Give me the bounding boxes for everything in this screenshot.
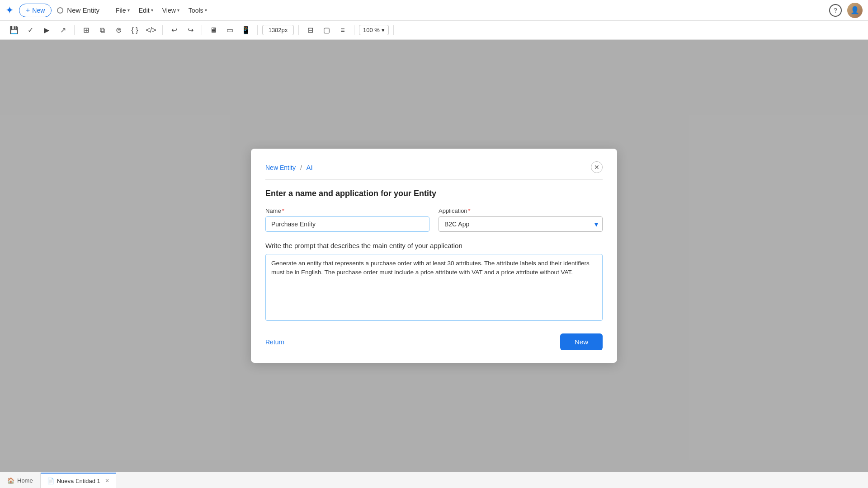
application-label: Application* bbox=[439, 207, 603, 214]
return-link[interactable]: Return bbox=[265, 338, 284, 346]
file-menu[interactable]: File ▾ bbox=[112, 5, 133, 16]
divider-3 bbox=[202, 25, 202, 35]
code-icon[interactable]: </> bbox=[144, 23, 158, 37]
zoom-chevron-icon: ▾ bbox=[382, 27, 385, 33]
edit-menu[interactable]: Edit ▾ bbox=[135, 5, 157, 16]
entity-tab[interactable]: 📄 Nueva Entidad 1 ✕ bbox=[41, 473, 116, 488]
divider-6 bbox=[354, 25, 354, 35]
application-required-star: * bbox=[468, 207, 471, 214]
entity-title: New Entity bbox=[67, 6, 99, 14]
grid-icon[interactable]: ⊟ bbox=[303, 23, 317, 37]
icon-bar: 💾 ✓ ▶ ↗ ⊞ ⧉ ⊜ { } </> ↩ ↪ 🖥 ▭ 📱 1382px ⊟… bbox=[0, 21, 868, 40]
application-select-wrapper: B2C App B2B App Internal App ▾ bbox=[439, 216, 603, 232]
application-select[interactable]: B2C App B2B App Internal App bbox=[439, 216, 603, 232]
home-icon: 🏠 bbox=[7, 477, 14, 484]
divider-2 bbox=[162, 25, 163, 35]
edit-chevron-icon: ▾ bbox=[151, 8, 153, 13]
divider-7 bbox=[393, 25, 394, 35]
status-indicator bbox=[57, 7, 63, 14]
divider-1 bbox=[74, 25, 75, 35]
view-menu[interactable]: View ▾ bbox=[159, 5, 183, 16]
new-entity-button[interactable]: New bbox=[560, 333, 603, 350]
tab-close-icon[interactable]: ✕ bbox=[105, 478, 109, 484]
desktop-icon[interactable]: 🖥 bbox=[207, 23, 220, 37]
tools-chevron-icon: ▾ bbox=[205, 8, 207, 13]
tools-menu[interactable]: Tools ▾ bbox=[185, 5, 211, 16]
name-input[interactable] bbox=[265, 216, 429, 232]
check-icon[interactable]: ✓ bbox=[24, 23, 37, 37]
mobile-icon[interactable]: 📱 bbox=[239, 23, 253, 37]
application-field-group: Application* B2C App B2B App Internal Ap… bbox=[439, 207, 603, 232]
modal-title: Enter a name and application for your En… bbox=[265, 189, 603, 198]
settings-icon[interactable]: ≡ bbox=[336, 23, 349, 37]
prompt-label: Write the prompt that describes the main… bbox=[265, 242, 603, 249]
view-chevron-icon: ▾ bbox=[177, 8, 179, 13]
entity-tab-label: Nueva Entidad 1 bbox=[57, 478, 100, 484]
layers-icon[interactable]: ⧉ bbox=[95, 23, 109, 37]
data-icon[interactable]: ⊜ bbox=[112, 23, 125, 37]
view-menu-label: View bbox=[162, 7, 176, 14]
logo-icon[interactable]: ✦ bbox=[5, 5, 14, 16]
modal-header: New Entity / AI ✕ bbox=[265, 161, 603, 180]
divider-5 bbox=[298, 25, 299, 35]
edit-menu-label: Edit bbox=[139, 7, 150, 14]
tools-menu-label: Tools bbox=[189, 7, 203, 14]
divider-4 bbox=[257, 25, 258, 35]
breadcrumb-entity-link[interactable]: New Entity bbox=[265, 164, 296, 171]
main-area: New Entity / AI ✕ Enter a name and appli… bbox=[0, 40, 868, 472]
file-chevron-icon: ▾ bbox=[127, 8, 130, 13]
name-label: Name* bbox=[265, 207, 429, 214]
export-icon[interactable]: ↗ bbox=[56, 23, 70, 37]
breadcrumb-ai: AI bbox=[307, 164, 313, 171]
code-block-icon[interactable]: { } bbox=[128, 23, 142, 37]
frame-icon[interactable]: ▢ bbox=[320, 23, 333, 37]
modal-overlay: New Entity / AI ✕ Enter a name and appli… bbox=[0, 40, 868, 472]
help-icon[interactable]: ? bbox=[829, 4, 842, 17]
save-icon[interactable]: 💾 bbox=[7, 23, 21, 37]
close-button[interactable]: ✕ bbox=[591, 161, 603, 173]
tablet-icon[interactable]: ▭ bbox=[223, 23, 236, 37]
top-bar: ✦ + New New Entity File ▾ Edit ▾ View ▾ … bbox=[0, 0, 868, 21]
modal: New Entity / AI ✕ Enter a name and appli… bbox=[251, 149, 617, 363]
home-tab[interactable]: 🏠 Home bbox=[0, 473, 41, 488]
zoom-value: 100 % bbox=[363, 27, 380, 33]
form-row: Name* Application* B2C App B2B App Inter… bbox=[265, 207, 603, 232]
name-required-star: * bbox=[282, 207, 284, 214]
home-label: Home bbox=[17, 477, 33, 484]
prompt-textarea[interactable] bbox=[265, 254, 603, 321]
breadcrumb-separator: / bbox=[300, 164, 302, 171]
components-icon[interactable]: ⊞ bbox=[79, 23, 93, 37]
avatar[interactable]: 👤 bbox=[847, 3, 863, 18]
new-button-label: New bbox=[32, 7, 45, 14]
bottom-bar: 🏠 Home 📄 Nueva Entidad 1 ✕ bbox=[0, 472, 868, 488]
px-display[interactable]: 1382px bbox=[262, 25, 294, 35]
new-button[interactable]: + New bbox=[19, 4, 52, 17]
play-icon[interactable]: ▶ bbox=[40, 23, 53, 37]
redo-icon[interactable]: ↪ bbox=[184, 23, 197, 37]
undo-icon[interactable]: ↩ bbox=[167, 23, 181, 37]
name-field-group: Name* bbox=[265, 207, 429, 232]
modal-footer: Return New bbox=[265, 333, 603, 350]
menu-bar: File ▾ Edit ▾ View ▾ Tools ▾ bbox=[112, 5, 210, 16]
toolbar-right: ? 👤 bbox=[829, 3, 863, 18]
modal-breadcrumb: New Entity / AI bbox=[265, 164, 313, 171]
file-menu-label: File bbox=[116, 7, 126, 14]
plus-icon: + bbox=[26, 6, 30, 14]
zoom-display[interactable]: 100 % ▾ bbox=[359, 25, 389, 35]
entity-title-area: New Entity bbox=[57, 6, 99, 14]
entity-tab-icon: 📄 bbox=[47, 478, 54, 484]
